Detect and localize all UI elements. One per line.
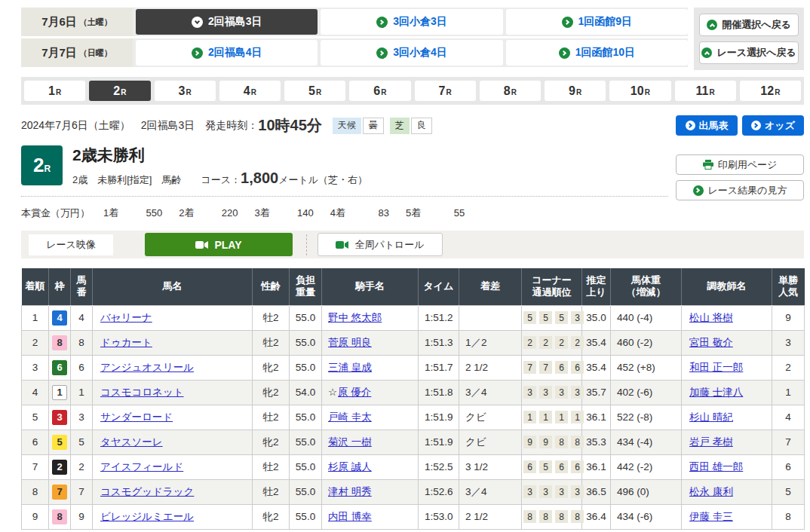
race-tab-number: 10 [631, 84, 644, 98]
trainer-cell: 和田 正一郎 [682, 355, 772, 380]
date-cell: 7月7日（日曜） [21, 38, 133, 67]
corner-position: 6 [555, 460, 568, 473]
trainer-link[interactable]: 伊藤 圭三 [689, 511, 733, 522]
prize-place: 5着 [406, 206, 421, 220]
jockey-link[interactable]: 津村 明秀 [328, 486, 372, 497]
meeting-button[interactable]: 1回函館10日 [506, 40, 688, 66]
back-button[interactable]: 開催選択へ戻る [699, 14, 799, 36]
patrol-video-button[interactable]: 全周パトロール [318, 233, 443, 256]
jockey-link[interactable]: 菊沢 一樹 [328, 436, 372, 448]
corner-position: 8 [539, 510, 552, 523]
body-weight: 434 (-6) [611, 504, 682, 529]
impost-weight: 55.0 [290, 355, 322, 380]
finish-position: 6 [22, 430, 49, 454]
frame-cell: 8 [49, 504, 71, 529]
trainer-link[interactable]: 加藤 士津八 [689, 387, 743, 398]
horse-name-cell: サンダーロード [93, 405, 253, 430]
finish-time: 1:51.9 [419, 430, 459, 454]
jockey-link[interactable]: 野中 悠太郎 [328, 312, 382, 323]
race-tab-number: 1 [48, 84, 55, 98]
horse-number: 1 [71, 380, 93, 405]
trainer-link[interactable]: 和田 正一郎 [689, 362, 743, 373]
race-tab-11r[interactable]: 11R [675, 81, 736, 101]
last-3f-time: 35.7 [582, 380, 611, 405]
finish-time: 1:51.7 [419, 355, 459, 380]
meeting-button[interactable]: 1回函館9日 [506, 9, 688, 35]
horse-name-cell: コスモコロネット [93, 380, 253, 405]
track-condition-badge: 良 [411, 118, 432, 134]
last-3f-time: 35.0 [582, 305, 611, 330]
meeting-button[interactable]: 2回福島3日 [136, 9, 318, 35]
jockey-link[interactable]: 内田 博幸 [328, 511, 372, 522]
prize-amount: 83 [350, 207, 389, 219]
race-tab-6r[interactable]: 6R [349, 81, 410, 101]
race-tab-12r[interactable]: 12R [740, 81, 801, 101]
race-tab-4r[interactable]: 4R [219, 81, 281, 101]
race-tab-unit: R [186, 88, 191, 96]
date-cell: 7月6日（土曜） [21, 8, 133, 36]
print-page-label: 印刷用ページ [718, 158, 778, 172]
jockey-link[interactable]: 三浦 皇成 [328, 362, 372, 373]
race-tab-3r[interactable]: 3R [155, 81, 216, 101]
jockey-link[interactable]: 戸崎 圭太 [328, 411, 372, 423]
horse-name-link[interactable]: タヤスソーレ [100, 436, 163, 448]
trainer-link[interactable]: 西田 雄一郎 [689, 461, 743, 472]
margin: クビ [459, 430, 522, 454]
horse-name-link[interactable]: ビレッジルミエール [100, 511, 194, 522]
race-tab-5r[interactable]: 5R [284, 81, 345, 101]
trainer-link[interactable]: 松山 将樹 [689, 312, 733, 323]
meeting-button[interactable]: 2回福島4日 [136, 40, 318, 66]
jockey-link[interactable]: 原 優介 [338, 387, 371, 398]
chevron-right-icon [751, 121, 761, 130]
horse-name-link[interactable]: アンジュオスリール [100, 362, 194, 373]
jockey-link[interactable]: 菅原 明良 [328, 337, 372, 348]
corner-position: 3 [555, 386, 568, 399]
win-popularity: 3 [772, 330, 805, 355]
horse-name-link[interactable]: サンダーロード [100, 411, 173, 423]
trainer-link[interactable]: 岩戸 孝樹 [689, 436, 733, 448]
race-tab-number: 3 [179, 84, 186, 98]
entry-table-button[interactable]: 出馬表 [676, 115, 738, 136]
horse-name-link[interactable]: アイスフィールド [100, 461, 183, 472]
jockey-link[interactable]: 杉原 誠人 [328, 461, 372, 472]
race-tab-1r[interactable]: 1R [24, 81, 85, 101]
corner-position: 5 [539, 311, 552, 324]
sex-age: 牡2 [253, 330, 290, 355]
horse-name-link[interactable]: コスモグッドラック [100, 486, 194, 497]
horse-name-link[interactable]: コスモコロネット [100, 387, 184, 398]
trainer-link[interactable]: 宮田 敬介 [689, 337, 733, 348]
result-guide-button[interactable]: レース結果の見方 [676, 180, 804, 200]
chevron-up-icon [701, 47, 712, 58]
trainer-link[interactable]: 松永 康利 [689, 486, 733, 497]
impost-weight: 55.0 [290, 430, 322, 454]
corner-positions: 8888 [522, 504, 582, 529]
body-weight: 496 (0) [611, 479, 682, 504]
prize-row: 本賞金（万円） 1着5502着2203着1404着835着55 [21, 206, 668, 220]
meeting-button[interactable]: 3回小倉3日 [321, 9, 502, 35]
play-label: PLAY [214, 239, 241, 251]
race-tab-7r[interactable]: 7R [415, 81, 476, 101]
patrol-label: 全周パトロール [354, 238, 424, 252]
odds-button[interactable]: オッズ [742, 115, 804, 136]
corner-position: 1 [539, 411, 552, 423]
video-band: レース映像 PLAY 全周パトロール [21, 231, 804, 258]
finish-position: 3 [22, 355, 49, 380]
frame-badge: 8 [52, 335, 67, 350]
margin: 2 1/2 [459, 504, 522, 529]
trainer-link[interactable]: 杉山 晴紀 [689, 411, 733, 423]
horse-name-link[interactable]: バセリーナ [100, 312, 152, 323]
prize-amount: 55 [425, 207, 465, 219]
horse-name-cell: バセリーナ [93, 305, 253, 330]
race-tab-9r[interactable]: 9R [545, 81, 606, 101]
corner-position: 1 [555, 411, 568, 423]
race-tab-2r[interactable]: 2R [89, 81, 150, 101]
play-button[interactable]: PLAY [145, 233, 293, 256]
horse-name-link[interactable]: ドゥカート [100, 337, 152, 348]
back-button[interactable]: レース選択へ戻る [699, 41, 799, 64]
race-tab-8r[interactable]: 8R [480, 81, 541, 101]
print-page-button[interactable]: 印刷用ページ [676, 154, 804, 175]
meeting-button[interactable]: 3回小倉4日 [321, 40, 502, 66]
corner-position: 2 [539, 336, 552, 349]
finish-time: 1:51.9 [419, 405, 459, 430]
race-tab-10r[interactable]: 10R [609, 81, 670, 101]
